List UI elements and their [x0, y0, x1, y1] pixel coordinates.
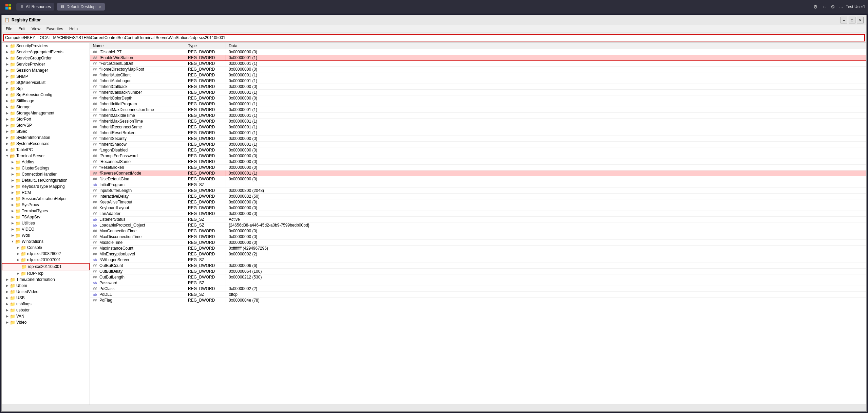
menu-help[interactable]: Help [67, 26, 80, 32]
table-row[interactable]: ## fInheritShadow REG_DWORD 0x00000001 (… [90, 142, 866, 147]
tree-toggle[interactable] [4, 153, 10, 159]
tree-toggle[interactable] [10, 159, 15, 165]
table-row[interactable]: ab NWLogonServer REG_SZ [90, 257, 866, 263]
tree-toggle[interactable] [15, 251, 21, 256]
tree-item-still-image[interactable]: 📁 StillImage [2, 98, 90, 104]
tree-toggle[interactable] [4, 68, 10, 73]
tree-item-video[interactable]: 📁 VIDEO [2, 226, 90, 232]
tree-toggle[interactable] [4, 43, 10, 49]
tree-item-rdp-tcp[interactable]: 📁 RDP-Tcp [2, 270, 90, 276]
table-row[interactable]: ## fInheritCallbackNumber REG_DWORD 0x00… [90, 90, 866, 95]
tree-item-win-stations[interactable]: 📂 WinStations [2, 238, 90, 245]
minimize-button[interactable]: – [841, 17, 847, 23]
menu-edit[interactable]: Edit [16, 26, 28, 32]
tree-toggle[interactable] [4, 283, 10, 288]
table-row[interactable]: ## OutBufCount REG_DWORD 0x00000006 (6) [90, 263, 866, 269]
table-row[interactable]: ## fInheritAutoClient REG_DWORD 0x000000… [90, 72, 866, 78]
table-row[interactable]: ## KeyboardLayout REG_DWORD 0x00000000 (… [90, 205, 866, 211]
tree-toggle[interactable] [4, 116, 10, 122]
tree-toggle[interactable] [10, 172, 15, 177]
table-row[interactable]: ## InputBufferLength REG_DWORD 0x0000080… [90, 188, 866, 194]
table-row[interactable]: ## OutBufDelay REG_DWORD 0x00000064 (100… [90, 269, 866, 274]
table-row[interactable]: ## OutBufLength REG_DWORD 0x00000212 (53… [90, 274, 866, 280]
tree-item-wds[interactable]: 📁 Wds [2, 232, 90, 238]
tree-item-security-providers[interactable]: 📁 SecurityProviders [2, 43, 90, 49]
tree-toggle[interactable] [10, 214, 15, 220]
table-row[interactable]: ## MaxDisconnectionTime REG_DWORD 0x0000… [90, 234, 866, 240]
tree-toggle[interactable] [10, 239, 15, 244]
tree-item-service-group-order[interactable]: 📁 ServiceGroupOrder [2, 55, 90, 61]
tree-toggle[interactable] [4, 147, 10, 152]
table-row[interactable]: ## fReverseConnectMode REG_DWORD 0x00000… [90, 170, 866, 176]
tree-item-rdp-sxs200826002[interactable]: 📁 rdp-sxs200826002 [2, 251, 90, 257]
tree-item-service-aggregated[interactable]: 📁 ServiceAggregatedEvents [2, 49, 90, 55]
table-row[interactable]: ## MinEncryptionLevel REG_DWORD 0x000000… [90, 251, 866, 257]
tree-item-connection-handler[interactable]: 📁 ConnectionHandler [2, 171, 90, 177]
table-row[interactable]: ## fLogonDisabled REG_DWORD 0x00000000 (… [90, 147, 866, 153]
tree-toggle[interactable] [4, 61, 10, 67]
tree-toggle[interactable] [10, 208, 15, 214]
tree-item-terminal-server[interactable]: 📂 Terminal Server [2, 153, 90, 159]
tree-item-ubpm[interactable]: 📁 Ubpm [2, 283, 90, 289]
tree-toggle[interactable] [10, 190, 15, 195]
maximize-button[interactable]: □ [849, 17, 855, 23]
table-row[interactable]: ## fInheritAutoLogon REG_DWORD 0x0000000… [90, 78, 866, 84]
tree-item-session-arbitration-helper[interactable]: 📁 SessionArbitrationHelper [2, 196, 90, 202]
tree-item-stor-port[interactable]: 📁 StorPort [2, 116, 90, 122]
tree-toggle[interactable] [16, 264, 21, 269]
tree-item-time-zone-information[interactable]: 📁 TimeZoneInformation [2, 276, 90, 283]
table-row[interactable]: ## KeepAliveTimeout REG_DWORD 0x00000000… [90, 199, 866, 205]
tree-toggle[interactable] [4, 129, 10, 134]
tree-toggle[interactable] [4, 123, 10, 128]
table-row[interactable]: ## fEnableWinStation REG_DWORD 0x0000000… [90, 55, 866, 61]
tree-toggle[interactable] [4, 110, 10, 116]
table-row[interactable]: ## PdClass REG_DWORD 0x00000002 (2) [90, 286, 866, 292]
tree-item-srp-extension-config[interactable]: 📁 SrpExtensionConfig [2, 92, 90, 98]
table-row[interactable]: ## LanAdapter REG_DWORD 0x00000000 (0) [90, 211, 866, 217]
table-row[interactable]: ## fForceClientLptDef REG_DWORD 0x000000… [90, 61, 866, 67]
tree-item-sys-procs[interactable]: 📁 SysProcs [2, 202, 90, 208]
col-name[interactable]: Name [90, 43, 185, 49]
tree-item-console[interactable]: 📁 Console [2, 245, 90, 251]
tree-item-van[interactable]: 📁 VAN [2, 313, 90, 319]
table-row[interactable]: ## fInheritMaxIdleTime REG_DWORD 0x00000… [90, 113, 866, 119]
tree-toggle[interactable] [4, 98, 10, 104]
table-row[interactable]: ## MaxIdleTime REG_DWORD 0x00000000 (0) [90, 240, 866, 246]
tree-item-rdp-sxs201105001[interactable]: 📁 rdp-sxs201105001 [2, 263, 90, 270]
table-row[interactable]: ## fPromptForPassword REG_DWORD 0x000000… [90, 153, 866, 159]
tree-toggle[interactable] [4, 307, 10, 313]
tree-toggle[interactable] [4, 49, 10, 55]
tree-item-snmp[interactable]: 📁 SNMP [2, 73, 90, 79]
more-icon[interactable]: ··· [839, 4, 843, 10]
table-row[interactable]: ## fResetBroken REG_DWORD 0x00000000 (0) [90, 165, 866, 170]
tree-toggle[interactable] [4, 86, 10, 91]
tree-toggle[interactable] [4, 277, 10, 282]
tree-toggle[interactable] [4, 301, 10, 307]
menu-file[interactable]: File [3, 26, 15, 32]
table-row[interactable]: ## fInheritCallback REG_DWORD 0x00000000… [90, 84, 866, 90]
tree-item-session-manager[interactable]: 📁 Session Manager [2, 67, 90, 73]
tree-item-storage[interactable]: 📁 Storage [2, 104, 90, 110]
tree-toggle[interactable] [4, 289, 10, 294]
tree-toggle[interactable] [10, 165, 15, 171]
tree-toggle[interactable] [10, 220, 15, 226]
tree-toggle[interactable] [4, 320, 10, 325]
tree-item-srp[interactable]: 📁 Srp [2, 86, 90, 92]
table-row[interactable]: ## fInheritMaxDisconnectionTime REG_DWOR… [90, 107, 866, 113]
tree-item-united-video[interactable]: 📁 UnitedVideo [2, 289, 90, 295]
close-button[interactable]: ✕ [857, 17, 864, 23]
tree-item-tablet-pc[interactable]: 📁 TabletPC [2, 147, 90, 153]
tree-toggle[interactable] [10, 233, 15, 238]
tree-item-ts-app-srv[interactable]: 📁 TSAppSrv [2, 214, 90, 220]
table-row[interactable]: ## MaxConnectionTime REG_DWORD 0x0000000… [90, 228, 866, 234]
tree-toggle[interactable] [4, 92, 10, 97]
tree-item-storage-management[interactable]: 📁 StorageManagement [2, 110, 90, 116]
col-data[interactable]: Data [226, 43, 866, 49]
tree-item-addins[interactable]: 📁 Addins [2, 159, 90, 165]
tree-item-usbflags[interactable]: 📁 usbflags [2, 301, 90, 307]
tree-item-cluster-settings[interactable]: 📁 ClusterSettings [2, 165, 90, 171]
tree-item-sqm-service-list[interactable]: 📁 SQMServiceList [2, 79, 90, 86]
table-row[interactable]: ## fInheritResetBroken REG_DWORD 0x00000… [90, 130, 866, 136]
tree-toggle[interactable] [10, 184, 15, 189]
table-row[interactable]: ab InitialProgram REG_SZ [90, 182, 866, 188]
